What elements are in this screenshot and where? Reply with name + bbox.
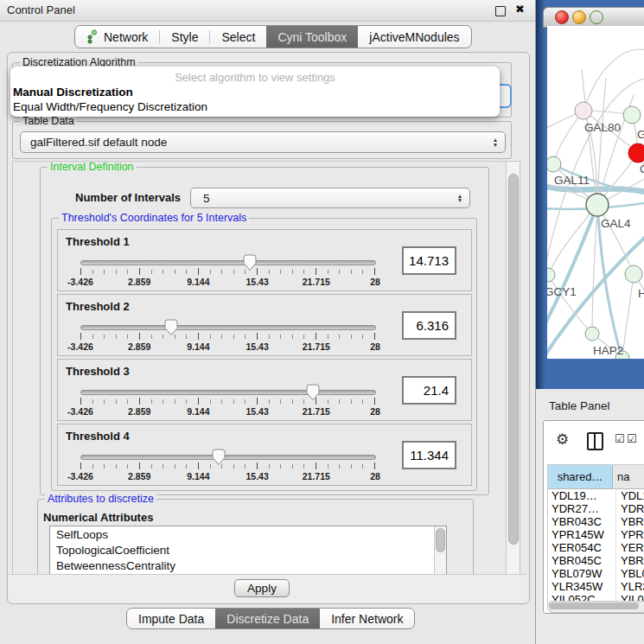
tab-discretize-label: Discretize Data (226, 612, 309, 626)
tab-style-label: Style (171, 30, 198, 44)
list-item[interactable]: SelfLoops (50, 526, 446, 542)
minimize-traffic-light-icon[interactable] (572, 10, 586, 24)
checkbox-icon[interactable]: ☑ (615, 432, 625, 445)
cell[interactable]: YDL19… (548, 489, 616, 502)
tab-infer-network[interactable]: Infer Network (320, 609, 414, 628)
tab-select[interactable]: Select (210, 26, 266, 48)
cell[interactable]: YBL0 (616, 567, 644, 580)
slider-zone: -3.426 2.859 9.144 15.43 21.715 28 (80, 450, 374, 483)
slider-tick-labels: -3.426 2.859 9.144 15.43 21.715 28 (80, 406, 375, 417)
network-node-label: C (640, 163, 644, 175)
network-canvas[interactable]: GAL80 GA C GAL11 GAL4 GCY1 H HAP2 (547, 26, 644, 359)
threshold-panel-4: Threshold 4 -3.426 2.859 9.144 15.43 21.… (57, 424, 472, 486)
cell[interactable]: YDR27… (548, 502, 616, 515)
cell[interactable]: YBR0 (616, 554, 644, 567)
network-window-titlebar[interactable] (543, 7, 644, 28)
cell[interactable]: YER054C (548, 541, 616, 554)
threshold-panel-2: Threshold 2 -3.426 2.859 9.144 15.43 21.… (57, 294, 472, 356)
table-row[interactable]: YDL19…YDL1 (548, 489, 644, 502)
threshold-4-value-field[interactable]: 11.344 (402, 441, 456, 469)
network-node[interactable] (586, 194, 609, 216)
table-row[interactable]: YBR045CYBR0 (548, 554, 644, 567)
threshold-coordinates-group: Threshold's Coordinates for 5 Intervals … (51, 218, 477, 491)
network-node-label: GCY1 (547, 285, 577, 298)
column-header-name[interactable]: na (613, 465, 644, 488)
slider-major-ticks (80, 268, 375, 275)
tick-label: 21.715 (303, 406, 330, 417)
table-row[interactable]: YDR27…YDR2 (548, 502, 644, 515)
cell[interactable]: YDL1 (616, 489, 644, 502)
network-node[interactable] (628, 143, 644, 163)
tab-impute-data[interactable]: Impute Data (127, 609, 215, 628)
table-horizontal-scrollbar[interactable] (547, 601, 644, 613)
close-icon[interactable]: ✖ (515, 3, 525, 16)
tick-label: 28 (370, 406, 380, 417)
tab-cyni-toolbox[interactable]: Cyni Toolbox (266, 26, 358, 48)
slider-tick-labels: -3.426 2.859 9.144 15.43 21.715 28 (80, 277, 375, 287)
slider-track[interactable] (80, 390, 376, 395)
table-header-row: shared… na (548, 465, 644, 489)
cell[interactable]: YDR2 (616, 502, 644, 515)
network-node[interactable] (547, 268, 555, 282)
tab-style[interactable]: Style (160, 26, 209, 48)
threshold-2-value-field[interactable]: 6.316 (402, 311, 456, 340)
cell[interactable]: YBL079W (548, 567, 616, 580)
network-node[interactable] (623, 106, 641, 124)
zoom-traffic-light-icon[interactable] (590, 10, 603, 24)
cell[interactable]: YBR0 (616, 515, 644, 528)
slider-track[interactable] (80, 325, 376, 330)
threshold-1-value-field[interactable]: 14.713 (402, 246, 456, 275)
list-item[interactable]: TopologicalCoefficient (50, 542, 446, 558)
tab-discretize-data[interactable]: Discretize Data (215, 609, 320, 628)
interval-definition-group: Interval Definition Number of Intervals … (40, 167, 489, 495)
network-icon (86, 29, 99, 44)
cell[interactable]: YBR043C (548, 515, 616, 528)
split-pane-icon[interactable] (587, 432, 603, 450)
settings-scrollbar-thumb[interactable] (508, 174, 519, 545)
list-scrollbar[interactable] (434, 526, 446, 575)
table-row[interactable]: YLR345WYLR3 (548, 580, 644, 593)
network-node[interactable] (585, 327, 599, 341)
tab-jactivemnodules[interactable]: jActiveMNodules (358, 26, 470, 48)
slider-thumb[interactable] (305, 384, 320, 405)
table-row[interactable]: YBL079WYBL0 (548, 567, 644, 580)
table-row[interactable]: YER054CYER0 (548, 541, 644, 554)
network-node[interactable] (547, 156, 561, 172)
network-node[interactable] (625, 265, 642, 283)
slider-thumb[interactable] (164, 319, 179, 340)
dropdown-option-equal-width[interactable]: Equal Width/Frequency Discretization (13, 100, 207, 113)
float-window-icon[interactable] (495, 6, 506, 16)
tick-label: 15.43 (245, 471, 268, 481)
dropdown-option-manual[interactable]: Manual Discretization (13, 86, 133, 99)
slider-track[interactable] (80, 455, 376, 460)
table-row[interactable]: YPR145WYPR1 (548, 528, 644, 541)
table-data-combobox[interactable]: galFiltered.sif default node ▲ ▼ (20, 131, 506, 153)
apply-button[interactable]: Apply (234, 579, 290, 597)
settings-scrollbar[interactable] (506, 162, 520, 574)
checkbox-icon[interactable]: ☑ (627, 432, 637, 445)
bottom-tabbar: Impute Data Discretize Data Infer Networ… (126, 608, 415, 629)
table-row[interactable]: YBR043CYBR0 (548, 515, 644, 528)
number-of-intervals-combobox[interactable]: 5 ▲ ▼ (190, 188, 470, 208)
tab-network[interactable]: Network (75, 26, 159, 48)
list-scrollbar-thumb[interactable] (436, 528, 445, 552)
list-item[interactable]: BetweennessCentrality (50, 558, 446, 573)
table-data-label: Table Data (20, 115, 77, 127)
cell[interactable]: YLR345W (548, 580, 616, 593)
cell[interactable]: YPR145W (548, 528, 616, 541)
gear-icon[interactable]: ⚙ (556, 431, 569, 448)
network-node-label: GA (637, 128, 644, 141)
slider-thumb[interactable] (211, 449, 226, 469)
cell[interactable]: YLR3 (616, 580, 644, 593)
network-node[interactable] (575, 102, 592, 119)
cell[interactable]: YPR1 (616, 528, 644, 541)
threshold-3-value-field[interactable]: 21.4 (402, 376, 456, 405)
cell[interactable]: YBR045C (548, 554, 616, 567)
control-panel-titlebar: Control Panel ✖ (0, 0, 535, 22)
slider-track[interactable] (80, 260, 376, 265)
slider-thumb[interactable] (243, 254, 258, 275)
close-traffic-light-icon[interactable] (555, 10, 569, 24)
table-scrollbar-thumb[interactable] (549, 603, 639, 609)
column-header-shared-name[interactable]: shared… (548, 465, 613, 488)
cell[interactable]: YER0 (616, 541, 644, 554)
